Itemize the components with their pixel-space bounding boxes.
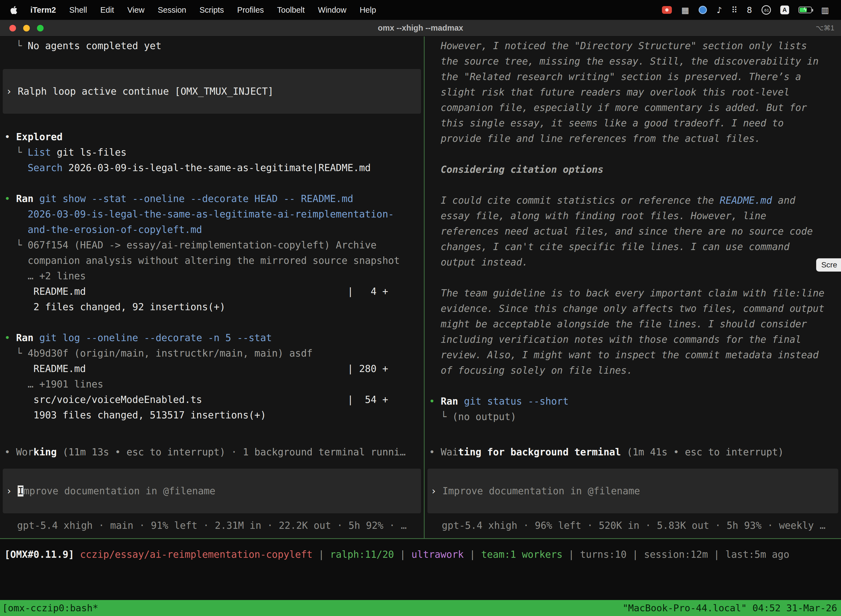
terminal-line: … +2 lines xyxy=(4,268,424,284)
menu-item-edit[interactable]: Edit xyxy=(94,6,120,14)
text-segment: including verification notes with those … xyxy=(429,334,801,345)
window-title: omx --xhigh --madmax xyxy=(378,23,463,32)
text-segment: README.md | 280 + xyxy=(4,363,388,374)
terminal-line: Search 2026-03-09-is-legal-the-same-as-l… xyxy=(4,160,424,176)
menu-item-shell[interactable]: Shell xyxy=(63,6,94,14)
terminal-line: evidence. Since this change only affects… xyxy=(429,301,841,316)
charging-bolt-icon: ϟ xyxy=(799,6,811,13)
text-segment: └ 067f154 (HEAD -> essay/ai-reimplementa… xyxy=(4,239,377,251)
terminal-window: └ No agents completed yet› Ralph loop ac… xyxy=(0,37,841,616)
menu-item-window[interactable]: Window xyxy=(311,6,353,14)
terminal-line: 2026-03-09-is-legal-the-same-as-legitima… xyxy=(4,207,424,222)
media-app-icon[interactable]: ♪ xyxy=(716,5,722,15)
text-segment: the source tree, missing the essay. Stil… xyxy=(429,56,819,67)
text-segment: • Wai xyxy=(429,447,458,458)
text-segment: • xyxy=(4,193,16,204)
left-pane[interactable]: └ No agents completed yet› Ralph loop ac… xyxy=(0,37,424,538)
browser-app-icon[interactable] xyxy=(698,6,707,14)
menu-item-iterm2[interactable]: iTerm2 xyxy=(24,6,63,14)
input-source-icon[interactable]: A xyxy=(780,6,789,14)
menu-item-profiles[interactable]: Profiles xyxy=(231,6,271,14)
control-center-icon[interactable]: ▥ xyxy=(821,5,829,15)
terminal-line: Considering citation options xyxy=(429,162,841,177)
omx-status-line: [OMX#0.11.9] cczip/essay/ai-reimplementa… xyxy=(0,539,841,562)
terminal-line xyxy=(4,114,424,129)
minimize-button[interactable] xyxy=(23,25,30,31)
prompt-input[interactable]: › Improve documentation in @filename xyxy=(3,469,421,513)
record-dot xyxy=(665,8,668,12)
close-button[interactable] xyxy=(9,25,16,31)
omx-status-segment: ralph:11/20 xyxy=(330,549,394,560)
terminal-line xyxy=(429,270,841,285)
terminal-line: the "Related research writing" section i… xyxy=(429,69,841,84)
menu-item-toolbelt[interactable]: Toolbelt xyxy=(270,6,311,14)
terminal-line: the source tree, missing the essay. Stil… xyxy=(429,54,841,69)
battery-tip xyxy=(812,9,813,12)
menu-item-session[interactable]: Session xyxy=(151,6,193,14)
text-segment: git ls-files xyxy=(51,147,127,158)
menu-item-view[interactable]: View xyxy=(120,6,151,14)
text-segment: (1m 41s • esc to interrupt) xyxy=(621,447,784,458)
text-segment: … +2 lines xyxy=(4,270,86,282)
traffic-lights xyxy=(9,25,44,31)
screen-share-edge-button[interactable]: Scre xyxy=(816,258,841,271)
text-segment: evidence. Since this change only affects… xyxy=(429,303,825,314)
text-segment: • xyxy=(429,396,441,407)
prompt-input[interactable]: › Improve documentation in @filename xyxy=(428,469,838,513)
terminal-line: └ (no output) xyxy=(429,409,841,424)
text-segment: › Ralph loop active continue [OMX_TMUX_I… xyxy=(6,86,273,97)
text-segment: Ran xyxy=(16,332,34,343)
text-segment: Improve documentation in @filename xyxy=(442,485,640,497)
launchpad-icon[interactable]: ⠿ xyxy=(731,5,737,15)
apple-menu[interactable] xyxy=(8,6,24,14)
terminal-line: slight risk that future readers may over… xyxy=(429,84,841,100)
tmux-session-label: [omx-cczip0:bash* xyxy=(2,603,98,613)
terminal-line: changes, I can't cite specific file line… xyxy=(429,239,841,254)
text-segment xyxy=(4,162,28,173)
text-segment: review. Also, I might want to inspect th… xyxy=(429,349,819,361)
text-segment: Ran xyxy=(441,396,458,407)
text-segment: Explored xyxy=(16,131,63,142)
text-segment: mprove documentation in @filename xyxy=(23,485,215,497)
zoom-button[interactable] xyxy=(37,25,44,31)
terminal-line: review. Also, I might want to inspect th… xyxy=(429,347,841,363)
terminal-line: companion analysis without altering the … xyxy=(4,253,424,268)
terminal-line: • Ran git status --short xyxy=(429,393,841,409)
terminal-line: including verification notes with those … xyxy=(429,332,841,347)
terminal-line: companion file, especially if more comme… xyxy=(429,100,841,115)
model-session-status-line: gpt-5.4 xhigh · 96% left · 520K in · 5.8… xyxy=(429,518,841,533)
terminal-line xyxy=(4,315,424,330)
text-segment: › xyxy=(431,485,442,497)
terminal-line: README.md | 4 + xyxy=(4,284,424,299)
terminal-line: of focusing solely on file lines. xyxy=(429,363,841,378)
terminal-line: › Improve documentation in @filename xyxy=(6,485,215,497)
text-segment: No agents completed yet xyxy=(28,40,161,51)
text-segment: companion file, especially if more comme… xyxy=(429,102,807,113)
terminal-line: references need actual files, and since … xyxy=(429,224,841,239)
terminal-line: • Explored xyxy=(4,129,424,145)
window-manager-icon[interactable]: ▦ xyxy=(681,5,689,15)
terminal-line: └ List git ls-files xyxy=(4,145,424,160)
text-segment: (11m 13s • esc to interrupt) · 1 backgro… xyxy=(57,447,406,458)
text-segment: king xyxy=(34,447,57,458)
text-segment: README.md | 4 + xyxy=(4,286,388,297)
omx-status-segment: [OMX#0.11.9] xyxy=(4,549,80,560)
right-pane[interactable]: However, I noticed the "Directory Struct… xyxy=(425,37,841,538)
numeric-app-icon[interactable]: 8 xyxy=(747,5,752,15)
text-segment: I could cite commit statistics or refere… xyxy=(429,195,720,206)
battery-icon[interactable]: ϟ xyxy=(799,7,812,13)
blue-circle xyxy=(699,6,707,14)
text-segment: 2026-03-09-is-legal-the-same-as-legitima… xyxy=(4,209,394,220)
empty-area xyxy=(0,562,841,600)
screen-recording-indicator[interactable] xyxy=(662,6,672,14)
terminal-line: └ 067f154 (HEAD -> essay/ai-reimplementa… xyxy=(4,238,424,253)
text-segment: Considering citation options xyxy=(429,164,604,175)
menu-item-scripts[interactable]: Scripts xyxy=(193,6,231,14)
text-segment: the "Related research writing" section i… xyxy=(429,71,801,82)
terminal-line xyxy=(429,378,841,393)
battery-percent-ring-icon[interactable]: .61 xyxy=(762,5,771,15)
text-segment: essay file, along with finding root file… xyxy=(429,210,766,221)
terminal-line: might be acceptable alongside the file l… xyxy=(429,316,841,332)
menu-item-help[interactable]: Help xyxy=(353,6,383,14)
omx-status-segment: | xyxy=(313,549,330,560)
